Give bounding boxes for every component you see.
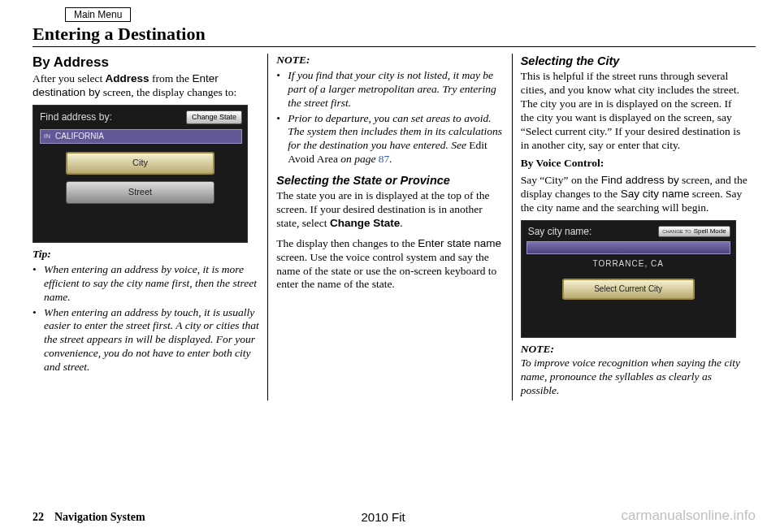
change-to-label: CHANGE TO [662,229,691,234]
subsection-state-province: Selecting the State or Province [276,173,503,188]
txt: The display then changes to the [276,237,418,249]
subsection-selecting-city: Selecting the City [521,54,748,68]
footer-left: 22 Navigation System [32,511,145,524]
say-city-title: Say city name: [528,226,592,238]
column-3: Selecting the City This is helpful if th… [512,54,756,400]
city-button[interactable]: City [66,152,214,175]
select-current-city-button[interactable]: Select Current City [562,279,695,300]
txt: After you select [32,72,106,84]
state-value: CALIFORNIA [55,132,104,142]
note-label: NOTE: [521,343,748,357]
tip-label: Tip: [32,248,259,262]
footer-model: 2010 Fit [362,510,405,524]
txt: Say “City” on the [521,174,601,186]
change-state-button[interactable]: Change State [186,110,242,124]
page-link-87[interactable]: 87 [379,153,390,165]
txt: . [400,217,402,229]
note-text: To improve voice recognition when saying… [521,357,748,398]
footer-watermark: carmanualsonline.info [622,508,756,524]
txt: screen. Use the voice control system and… [276,251,496,291]
spell-mode-label: Spell Mode [694,227,726,236]
city-para-1: This is helpful if the street runs throu… [521,70,748,152]
find-address-by-label: Find address by [601,174,679,186]
txt: screen, the display changes to: [100,86,236,98]
tip-item: •When entering an address by touch, it i… [32,306,259,374]
column-2: NOTE: •If you find that your city is not… [267,54,511,400]
tip-list: •When entering an address by voice, it i… [32,263,259,374]
note-item: •If you find that your city is not liste… [276,69,503,110]
intro-text: After you select Address from the Enter … [32,72,259,100]
say-city-name-label: Say city name [621,188,690,200]
address-label: Address [106,72,150,84]
section-by-address: By Address [32,54,259,71]
txt: from the [150,72,193,84]
note-list: •If you find that your city is not liste… [276,69,503,167]
state-para-2: The display then changes to the Enter st… [276,237,503,292]
footer-section: Navigation System [54,511,145,523]
page-number: 22 [32,511,44,523]
current-city-display: TORRANCE, CA [522,259,735,270]
tip-text: When entering an address by voice, it is… [44,263,259,305]
city-para-2: Say “City” on the Find address by screen… [521,174,748,215]
note-label: NOTE: [276,54,503,67]
find-address-screenshot: Find address by: Change State IN CALIFOR… [32,105,248,243]
column-1: By Address After you select Address from… [32,54,267,400]
say-city-screenshot: Say city name: CHANGE TO Spell Mode TORR… [521,220,736,338]
page-footer: 22 Navigation System 2010 Fit carmanuals… [32,508,756,524]
txt: . [389,153,392,165]
city-input-bar[interactable] [526,241,730,254]
txt: By Voice Control: [521,157,604,169]
change-state-label: Change State [330,217,400,229]
note-item: • Prior to departure, you can set areas … [276,112,503,167]
enter-state-name-label: Enter state name [418,237,501,249]
find-address-title: Find address by: [40,111,112,123]
main-menu-button[interactable]: Main Menu [65,7,131,22]
page-title: Entering a Destination [32,24,756,47]
by-voice-control-label: By Voice Control: [521,157,748,171]
state-display: IN CALIFORNIA [40,129,242,144]
note-text: Prior to departure, you can set areas to… [288,112,503,167]
txt: on page [338,153,379,165]
tip-text: When entering an address by touch, it is… [44,306,259,374]
street-button[interactable]: Street [66,181,214,204]
change-to-spell-mode-button[interactable]: CHANGE TO Spell Mode [658,226,730,237]
state-para-1: The state you are in is displayed at the… [276,189,503,231]
note-text: If you find that your city is not listed… [288,69,503,110]
in-label: IN [44,132,50,141]
tip-item: •When entering an address by voice, it i… [32,263,259,305]
